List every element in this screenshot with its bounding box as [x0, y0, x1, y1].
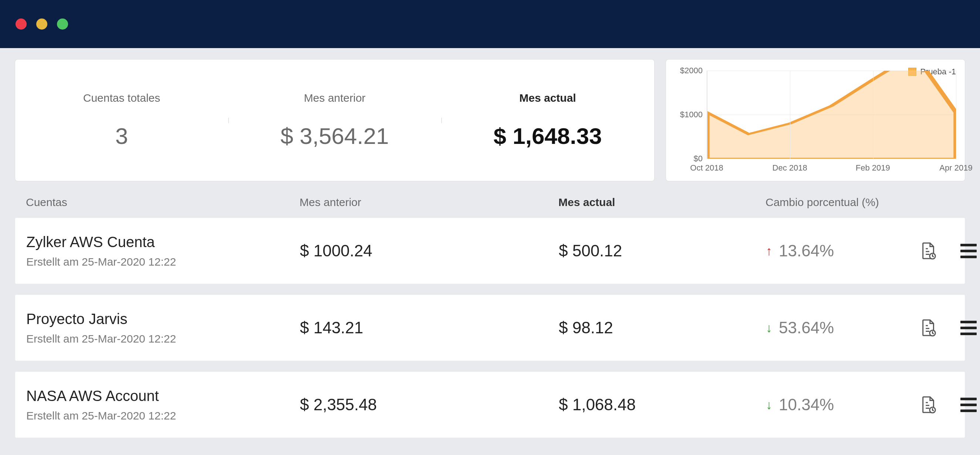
account-created: Erstellt am 25-Mar-2020 12:22: [26, 332, 300, 345]
summary-curr-value: $ 1,648.33: [493, 123, 602, 149]
curr-month-value: $ 1,068.48: [559, 395, 766, 414]
accounts-table-header: Cuentas Mes anterior Mes actual Cambio p…: [15, 196, 965, 218]
summary-total-label: Cuentas totales: [83, 92, 160, 104]
th-prev: Mes anterior: [299, 196, 558, 208]
summary-prev-label: Mes anterior: [304, 92, 366, 104]
prev-month-value: $ 143.21: [300, 318, 559, 337]
account-row[interactable]: Zylker AWS CuentaErstellt am 25-Mar-2020…: [15, 218, 965, 284]
chart-x-tick: Feb 2019: [856, 163, 890, 173]
menu-icon: [960, 398, 977, 400]
summary-prev-value: $ 3,564.21: [280, 123, 389, 149]
schedule-report-button[interactable]: [914, 318, 943, 337]
prev-month-value: $ 1000.24: [300, 242, 559, 260]
account-created: Erstellt am 25-Mar-2020 12:22: [26, 256, 300, 268]
window-maximize-dot[interactable]: [57, 19, 68, 30]
pct-value: 13.64%: [779, 242, 834, 260]
report-clock-icon: [920, 318, 937, 337]
pct-value: 10.34%: [779, 395, 834, 414]
account-created: Erstellt am 25-Mar-2020 12:22: [26, 409, 300, 422]
th-accounts: Cuentas: [26, 196, 299, 208]
window-minimize-dot[interactable]: [36, 19, 47, 30]
summary-total-accounts: Cuentas totales 3: [15, 92, 228, 149]
summary-total-value: 3: [115, 123, 128, 149]
curr-month-value: $ 98.12: [559, 318, 766, 337]
report-clock-icon: [920, 395, 937, 414]
window-titlebar: [0, 0, 980, 48]
arrow-down-icon: ↓: [766, 398, 772, 411]
th-curr: Mes actual: [558, 196, 765, 208]
menu-icon: [960, 244, 977, 247]
row-menu-button[interactable]: [943, 321, 977, 335]
schedule-report-button[interactable]: [914, 241, 943, 261]
arrow-down-icon: ↓: [766, 321, 772, 334]
account-name: Zylker AWS Cuenta: [26, 234, 300, 250]
schedule-report-button[interactable]: [914, 395, 943, 414]
th-pct: Cambio porcentual (%): [765, 196, 913, 208]
summary-current-month: Mes actual $ 1,648.33: [441, 92, 654, 149]
pct-value: 53.64%: [779, 318, 834, 337]
account-row[interactable]: Proyecto JarvisErstellt am 25-Mar-2020 1…: [15, 294, 965, 361]
curr-month-value: $ 500.12: [559, 242, 766, 260]
report-clock-icon: [920, 241, 937, 261]
chart-x-tick: Oct 2018: [690, 163, 723, 173]
row-menu-button[interactable]: [943, 244, 977, 258]
summary-curr-label: Mes actual: [519, 92, 576, 104]
account-name: NASA AWS Account: [26, 388, 300, 404]
chart-x-tick: Dec 2018: [773, 163, 807, 173]
pct-change: ↓10.34%: [766, 395, 914, 414]
summary-card: Cuentas totales 3 Mes anterior $ 3,564.2…: [15, 59, 655, 181]
chart-y-tick: $1000: [680, 110, 703, 119]
prev-month-value: $ 2,355.48: [300, 395, 559, 414]
row-menu-button[interactable]: [943, 398, 977, 412]
menu-icon: [960, 321, 977, 323]
chart-y-tick: $0: [694, 154, 703, 164]
chart-x-tick: Apr 2019: [939, 163, 972, 173]
pct-change: ↑13.64%: [766, 242, 914, 260]
pct-change: ↓53.64%: [766, 318, 914, 337]
account-name: Proyecto Jarvis: [26, 311, 300, 328]
arrow-up-icon: ↑: [766, 245, 772, 257]
window-close-dot[interactable]: [16, 19, 27, 30]
trend-chart: Prueba -1 $2000 $1000 $0 Oct 2018Dec 201…: [666, 59, 965, 181]
account-row[interactable]: NASA AWS AccountErstellt am 25-Mar-2020 …: [15, 371, 965, 438]
chart-y-tick: $2000: [680, 66, 703, 75]
summary-previous-month: Mes anterior $ 3,564.21: [228, 92, 441, 149]
